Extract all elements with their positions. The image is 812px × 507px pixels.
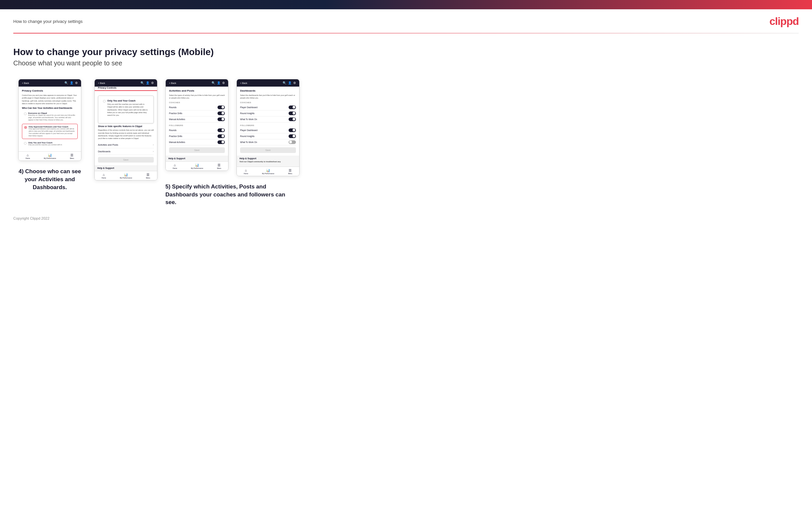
radio3: [24, 142, 27, 145]
screen4-what-work-toggle[interactable]: What To Work On: [240, 116, 296, 122]
nav-menu-label4: Menu: [288, 173, 293, 174]
screen4-mockup: < Back 🔍 👤 ⚙ Dashboards Select the dashb…: [237, 79, 300, 176]
screen3-mockup: < Back 🔍 👤 ⚙ Activities and Posts Select…: [165, 79, 229, 171]
search-icon[interactable]: 🔍: [64, 81, 68, 84]
settings-icon2[interactable]: ⚙: [151, 81, 154, 84]
screen1-nav-performance[interactable]: 📊 My Performance: [44, 153, 56, 159]
screen4-player-dash-toggle[interactable]: Player Dashboard: [240, 105, 296, 111]
screen4-nav-menu[interactable]: ☰ Menu: [288, 169, 293, 174]
screen3-manual-toggle[interactable]: Manual Activities: [169, 116, 225, 122]
screen4-desc: Select the dashboards that you'd like to…: [240, 94, 296, 100]
chart-icon4: 📊: [266, 169, 270, 172]
logo: clippd: [769, 15, 799, 27]
popup-title: Only You and Your Coach: [107, 100, 149, 102]
screen4-nav-home[interactable]: ⌂ Home: [244, 169, 248, 174]
what-work-toggle[interactable]: [289, 117, 296, 121]
chart-icon2: 📊: [124, 173, 128, 176]
screen4-save[interactable]: Save: [240, 147, 296, 153]
screenshots-row: < Back 🔍 👤 ⚙ Privacy Controls Control ho…: [13, 79, 799, 206]
screen3-nav-performance[interactable]: 📊 My Performance: [191, 163, 203, 169]
screen1-nav-menu[interactable]: ☰ Menu: [70, 153, 74, 159]
screen2-nav-home[interactable]: ⌂ Home: [102, 173, 106, 179]
copyright: Copyright Clippd 2022: [13, 216, 49, 220]
footer: Copyright Clippd 2022: [0, 206, 812, 227]
screen3-save[interactable]: Save: [169, 147, 225, 153]
rounds2-label: Rounds: [169, 129, 176, 131]
screen2-group: < Back 🔍 👤 ⚙ Privacy Controls: [94, 79, 157, 180]
screen2-mockup: < Back 🔍 👤 ⚙ Privacy Controls: [94, 79, 157, 180]
manual-label: Manual Activities: [169, 118, 185, 120]
radio1: [24, 112, 27, 115]
screen3-topbar: < Back 🔍 👤 ⚙: [166, 79, 228, 87]
screen1-option3[interactable]: Only You and Your Coach Only you and the…: [22, 140, 78, 148]
screen3-manual2-toggle[interactable]: Manual Activities: [169, 139, 225, 145]
screen2-help: Help & Support: [95, 165, 157, 171]
settings-icon3[interactable]: ⚙: [222, 81, 225, 84]
manual-toggle[interactable]: [217, 117, 225, 121]
dashboards-row[interactable]: Dashboards ›: [98, 148, 154, 155]
drills2-toggle[interactable]: [217, 134, 225, 138]
option2-desc: Only approved followers and coaches you …: [29, 128, 75, 137]
search-icon4[interactable]: 🔍: [283, 81, 286, 84]
screen3-drills-toggle[interactable]: Practice Drills: [169, 111, 225, 116]
screen2-nav-performance[interactable]: 📊 My Performance: [120, 173, 132, 179]
screen2-nav-menu[interactable]: ☰ Menu: [146, 173, 150, 179]
screen1-back[interactable]: < Back: [22, 82, 29, 84]
activities-row[interactable]: Activities and Posts ›: [98, 142, 154, 148]
settings-icon4[interactable]: ⚙: [293, 81, 296, 84]
round-insights-toggle[interactable]: [289, 111, 296, 115]
step5-caption: 5) Specify which Activities, Posts and D…: [165, 183, 292, 206]
screen2-back[interactable]: < Back: [98, 82, 105, 84]
player-dash-toggle[interactable]: [289, 106, 296, 109]
screen2-tab[interactable]: Privacy Controls: [98, 87, 116, 90]
nav-home-label2: Home: [102, 177, 106, 179]
user-icon3[interactable]: 👤: [217, 81, 220, 84]
screen4-back[interactable]: < Back: [240, 82, 247, 84]
manual2-toggle[interactable]: [217, 140, 225, 144]
screen4-round-insights-toggle[interactable]: Round Insights: [240, 111, 296, 116]
screen1-option1[interactable]: Everyone on Clippd Everyone on Clippd ca…: [22, 111, 78, 123]
what-work2-toggle[interactable]: [289, 140, 296, 144]
user-icon4[interactable]: 👤: [288, 81, 292, 84]
screen4-what-work2-toggle[interactable]: What To Work On: [240, 139, 296, 145]
screen3-rounds2-toggle[interactable]: Rounds: [169, 127, 225, 133]
nav-performance-label4: My Performance: [262, 173, 274, 174]
screen4-player-dash2-toggle[interactable]: Player Dashboard: [240, 127, 296, 133]
screen4-nav: ⌂ Home 📊 My Performance ☰ Menu: [237, 167, 299, 176]
screen3-nav-menu[interactable]: ☰ Menu: [217, 163, 221, 169]
page-subtitle: Choose what you want people to see: [13, 59, 799, 67]
main-content: How to change your privacy settings (Mob…: [0, 34, 812, 206]
screen3-back[interactable]: < Back: [169, 82, 176, 84]
drills-toggle[interactable]: [217, 111, 225, 115]
user-icon2[interactable]: 👤: [146, 81, 149, 84]
screen4-icons: 🔍 👤 ⚙: [283, 81, 296, 84]
screen3-drills2-toggle[interactable]: Practice Drills: [169, 133, 225, 139]
screen2-topbar: < Back 🔍 👤 ⚙: [95, 79, 157, 87]
screen4-content: Dashboards Select the dashboards that yo…: [237, 87, 299, 156]
settings-icon[interactable]: ⚙: [75, 81, 78, 84]
screen3-rounds-toggle[interactable]: Rounds: [169, 105, 225, 111]
round-insights2-toggle[interactable]: [289, 134, 296, 138]
search-icon2[interactable]: 🔍: [141, 81, 144, 84]
search-icon3[interactable]: 🔍: [211, 81, 215, 84]
rounds-toggle[interactable]: [217, 106, 225, 109]
player-dash-label: Player Dashboard: [240, 106, 257, 109]
rounds-label: Rounds: [169, 106, 176, 109]
screen3-coaches-label: COACHES: [169, 102, 225, 104]
round-insights2-label: Round Insights: [240, 135, 254, 137]
drills-label: Practice Drills: [169, 112, 182, 114]
player-dash2-toggle[interactable]: [289, 128, 296, 132]
screen4-wrapper: < Back 🔍 👤 ⚙ Dashboards Select the dashb…: [237, 79, 300, 176]
screen4-nav-performance[interactable]: 📊 My Performance: [262, 169, 274, 174]
screen4-followers-label: FOLLOWERS: [240, 124, 296, 126]
screen2-save[interactable]: Save: [98, 157, 154, 163]
rounds2-toggle[interactable]: [217, 128, 225, 132]
screen1-option2[interactable]: Only Approved Followers and Your Coach O…: [22, 124, 78, 139]
screen4-round-insights2-toggle[interactable]: Round Insights: [240, 133, 296, 139]
screen2-icons: 🔍 👤 ⚙: [141, 81, 154, 84]
user-icon[interactable]: 👤: [70, 81, 73, 84]
chart-icon: 📊: [48, 153, 52, 157]
screen4-help-title: Help & Support: [240, 157, 297, 160]
screen1-nav-home[interactable]: ⌂ Home: [26, 153, 30, 159]
screen3-nav-home[interactable]: ⌂ Home: [173, 163, 177, 169]
